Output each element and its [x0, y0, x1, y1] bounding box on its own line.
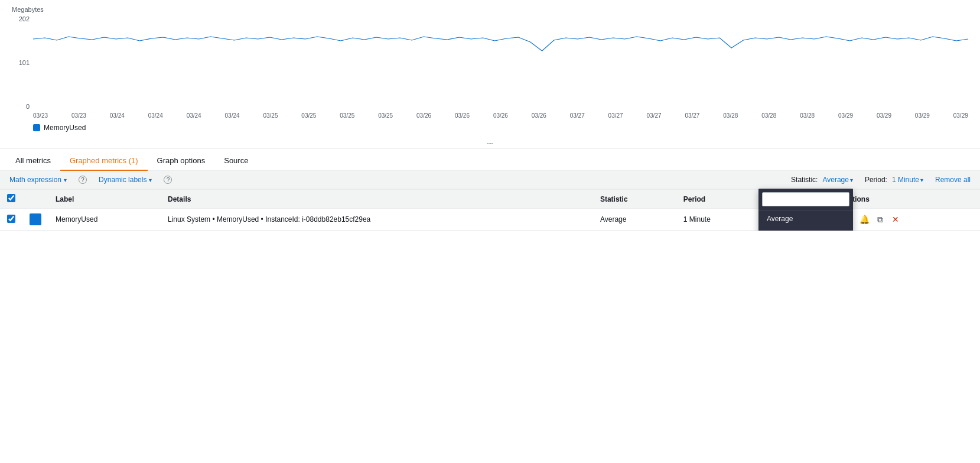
- toolbar-right: Statistic: Average ▾ Average Minimum Max…: [791, 176, 971, 184]
- row-period: 1 Minute: [683, 215, 711, 224]
- statistic-dropdown-menu: Average Minimum Maximum Sum Sample Count…: [758, 189, 853, 231]
- col-details: Details: [161, 190, 593, 209]
- separator: ---: [12, 137, 968, 148]
- y-axis: 202 101 0: [12, 15, 33, 110]
- row-statistic: Average: [600, 215, 626, 224]
- period-chevron-icon: ▾: [920, 177, 923, 183]
- period-value-button[interactable]: 1 Minute ▾: [892, 176, 923, 184]
- toolbar: Math expression ▾ ? Dynamic labels ▾ ? S…: [0, 171, 980, 189]
- col-label: Label: [48, 190, 161, 209]
- row-color-cell: [22, 209, 48, 231]
- y-value-mid: 101: [12, 59, 30, 66]
- toolbar-left: Math expression ▾ ? Dynamic labels ▾ ?: [9, 176, 172, 184]
- statistic-option-average[interactable]: Average: [758, 211, 853, 227]
- y-value-low: 0: [12, 103, 30, 110]
- statistic-dropdown-wrapper: Average ▾ Average Minimum Maximum Sum Sa…: [822, 176, 852, 184]
- period-label: Period:: [865, 176, 887, 184]
- statistic-label: Statistic:: [791, 176, 818, 184]
- dynamic-labels-help-icon[interactable]: ?: [164, 176, 172, 184]
- y-value-high: 202: [12, 15, 30, 22]
- chart-legend: MemoryUsed: [12, 121, 968, 137]
- chart-svg: [33, 15, 968, 110]
- statistic-value-button[interactable]: Average ▾: [822, 176, 852, 184]
- statistic-chevron-icon: ▾: [850, 177, 853, 183]
- math-expression-chevron-icon: ▾: [64, 177, 67, 183]
- chart-inner: [33, 15, 968, 110]
- row-statistic-cell: Average: [593, 209, 676, 231]
- legend-color-dot: [33, 124, 40, 131]
- dynamic-labels-chevron-icon: ▾: [149, 177, 152, 183]
- remove-all-button[interactable]: Remove all: [935, 176, 971, 184]
- tab-graphed-metrics[interactable]: Graphed metrics (1): [60, 151, 148, 171]
- x-axis: 03/23 03/23 03/24 03/24 03/24 03/24 03/2…: [12, 110, 968, 121]
- tab-graph-options[interactable]: Graph options: [148, 151, 215, 171]
- col-actions: Actions: [836, 190, 980, 209]
- chart-area: Megabytes 202 101 0 03/23 03/23 03/24 03…: [0, 0, 980, 149]
- period-current-value: 1 Minute: [892, 176, 919, 184]
- row-label: MemoryUsed: [56, 215, 97, 224]
- col-period: Period: [676, 190, 759, 209]
- alarm-icon[interactable]: 🔔: [859, 213, 871, 225]
- col-color: [22, 190, 48, 209]
- copy-icon[interactable]: ⧉: [874, 213, 886, 225]
- row-color-box[interactable]: [30, 213, 41, 225]
- row-checkbox-cell: [0, 209, 22, 231]
- chart-container: 202 101 0: [12, 15, 968, 110]
- statistic-search-input[interactable]: [762, 192, 849, 206]
- dynamic-labels-label: Dynamic labels: [99, 176, 146, 184]
- col-statistic: Statistic: [593, 190, 676, 209]
- main-content: Math expression ▾ ? Dynamic labels ▾ ? S…: [0, 171, 980, 231]
- row-details-cell: Linux System • MemoryUsed • InstanceId: …: [161, 209, 593, 231]
- actions-cell: 〜 🔔 ⧉ ✕: [844, 213, 973, 225]
- math-expression-label: Math expression: [9, 176, 61, 184]
- tab-source[interactable]: Source: [214, 151, 258, 171]
- tab-all-metrics[interactable]: All metrics: [6, 151, 60, 171]
- statistic-current-value: Average: [822, 176, 848, 184]
- col-checkbox: [0, 190, 22, 209]
- math-expression-button[interactable]: Math expression ▾: [9, 176, 67, 184]
- legend-label: MemoryUsed: [44, 124, 86, 132]
- tabs-bar: All metrics Graphed metrics (1) Graph op…: [0, 151, 980, 171]
- row-period-cell: 1 Minute: [676, 209, 759, 231]
- math-expression-help-icon[interactable]: ?: [79, 176, 87, 184]
- statistic-option-minimum[interactable]: Minimum: [758, 227, 853, 231]
- row-checkbox[interactable]: [7, 215, 15, 223]
- y-axis-label: Megabytes: [12, 6, 968, 13]
- row-actions-cell: 〜 🔔 ⧉ ✕: [836, 209, 980, 231]
- dropdown-search-area: [758, 189, 853, 211]
- delete-icon[interactable]: ✕: [890, 213, 901, 225]
- select-all-checkbox[interactable]: [7, 194, 15, 202]
- dynamic-labels-button[interactable]: Dynamic labels ▾: [99, 176, 152, 184]
- row-label-cell: MemoryUsed: [48, 209, 161, 231]
- row-details: Linux System • MemoryUsed • InstanceId: …: [168, 215, 370, 224]
